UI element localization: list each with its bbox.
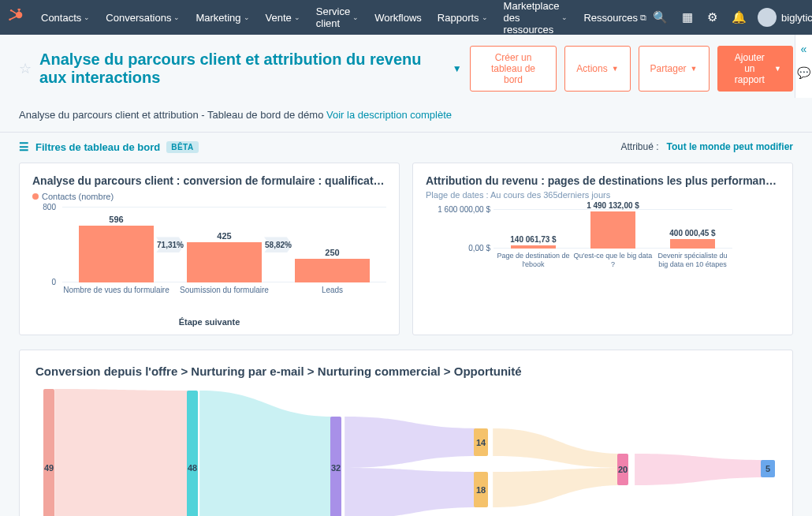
favorite-star-icon[interactable]: ☆ [19, 60, 32, 77]
bar-value: 140 061,73 $ [494, 235, 573, 244]
dashboard-filters[interactable]: ☰ Filtres de tableau de bord BÊTA [19, 140, 199, 153]
svg-point-1 [9, 19, 11, 21]
nav-item-marketing[interactable]: Marketing⌄ [189, 0, 255, 40]
nav-item-contacts[interactable]: Contacts⌄ [35, 0, 96, 40]
bar-value: 1 490 132,00 $ [573, 201, 653, 210]
sankey-node: 18 [474, 472, 488, 507]
bar-column: 71,31% 425 Soumission du formulaire [170, 207, 278, 282]
dashboard-title[interactable]: Analyse du parcours client et attributio… [39, 50, 462, 87]
bar-column: 596 Nombre de vues du formulaire [62, 207, 170, 282]
chevron-down-icon: ⌄ [294, 13, 300, 21]
page-header: ☆ Analyse du parcours client et attribut… [19, 46, 793, 92]
nav-utilities: 🔍 ▦ ⚙ 🔔 [653, 10, 747, 24]
sankey-node: 5 [761, 460, 775, 477]
account-switcher[interactable]: biglytics.net ▾ [758, 8, 812, 27]
bar-x-label: Page de destination de l'ebook [494, 252, 573, 269]
svg-point-2 [10, 9, 12, 11]
bar-column: 400 000,45 $ Devenir spécialiste du big … [653, 209, 732, 249]
sankey-chart: 4948321418205 Page de destinationSoumiss… [35, 389, 777, 516]
nav-item-service-client[interactable]: Service client⌄ [310, 0, 365, 40]
card-revenue-attribution[interactable]: Attribution du revenu : pages de destina… [412, 163, 793, 335]
marketplace-icon[interactable]: ▦ [682, 10, 693, 24]
conversion-arrow: 58,82% [264, 237, 292, 252]
bar [79, 226, 155, 282]
card-title: Analyse du parcours client : conversion … [32, 174, 386, 187]
beta-badge: BÊTA [166, 141, 198, 153]
bar-value: 250 [278, 248, 386, 257]
bar-column: 1 490 132,00 $ Qu'est-ce que le big data… [573, 209, 653, 249]
chevron-down-icon: ⌄ [244, 13, 250, 21]
bar [590, 211, 635, 249]
svg-point-0 [16, 12, 22, 18]
x-axis-title: Étape suivante [32, 317, 386, 327]
share-button[interactable]: Partager▼ [639, 46, 710, 92]
chevron-down-icon: ⌄ [561, 13, 568, 21]
dashboard-subheader: Analyse du parcours client et attributio… [19, 109, 793, 121]
sankey-node: 20 [617, 454, 628, 485]
search-icon[interactable]: 🔍 [653, 10, 668, 24]
sankey-node: 14 [474, 428, 488, 456]
bar-x-label: Devenir spécialiste du big data en 10 ét… [653, 252, 732, 269]
bar-x-label: Leads [278, 286, 386, 294]
avatar [758, 8, 777, 27]
chevron-down-icon: ⌄ [482, 13, 488, 21]
bar-x-label: Qu'est-ce que le big data ? [573, 252, 653, 269]
nav-item-marketplace-des-ressources[interactable]: Marketplace des ressources⌄ [497, 0, 575, 40]
legend-dot-icon [32, 193, 39, 200]
card-sankey[interactable]: Conversion depuis l'offre > Nurturing pa… [19, 350, 793, 516]
card-title: Conversion depuis l'offre > Nurturing pa… [35, 365, 777, 378]
bar [511, 245, 556, 249]
revenue-chart: 1 600 000,00 $ 0,00 $ 140 061,73 $ Page … [426, 209, 780, 280]
nav-item-vente[interactable]: Vente⌄ [259, 0, 307, 40]
hubspot-logo-icon[interactable] [8, 7, 24, 28]
nav-item-rapports[interactable]: Rapports⌄ [431, 0, 494, 40]
card-subtitle: Plage de dates : Au cours des 365dernier… [426, 190, 780, 200]
settings-gear-icon[interactable]: ⚙ [707, 10, 717, 24]
description-link[interactable]: Voir la description complète [326, 109, 452, 121]
sankey-node: 32 [330, 417, 341, 516]
bar [295, 259, 371, 282]
filter-icon: ☰ [19, 140, 29, 153]
nav-items: Contacts⌄Conversations⌄Marketing⌄Vente⌄S… [35, 0, 653, 40]
chevron-down-icon: ⌄ [352, 13, 359, 21]
nav-item-ressources[interactable]: Ressources⧉ [577, 0, 653, 40]
card-funnel-conversion[interactable]: Analyse du parcours client : conversion … [19, 163, 400, 335]
bar-column: 140 061,73 $ Page de destination de l'eb… [494, 209, 573, 249]
chevron-down-icon: ⌄ [84, 13, 90, 21]
bar-x-label: Soumission du formulaire [170, 286, 278, 294]
nav-item-conversations[interactable]: Conversations⌄ [99, 0, 186, 40]
external-link-icon: ⧉ [640, 13, 646, 23]
add-report-button[interactable]: Ajouter un rapport▼ [717, 46, 793, 92]
conversion-arrow: 71,31% [156, 237, 184, 252]
bar-x-label: Nombre de vues du formulaire [62, 286, 170, 294]
bar-value: 596 [62, 215, 170, 224]
nav-item-workflows[interactable]: Workflows [368, 0, 428, 40]
create-dashboard-button[interactable]: Créer un tableau de bord [470, 46, 557, 92]
top-nav: Contacts⌄Conversations⌄Marketing⌄Vente⌄S… [0, 0, 812, 35]
bar-value: 400 000,45 $ [653, 229, 732, 237]
chevron-down-icon: ⌄ [173, 13, 180, 21]
actions-button[interactable]: Actions▼ [564, 46, 630, 92]
caret-down-icon: ▼ [453, 63, 462, 74]
assigned-to-link[interactable]: Tout le monde peut modifier [667, 141, 793, 152]
bar-column: 58,82% 250 Leads [278, 207, 386, 282]
notifications-bell-icon[interactable]: 🔔 [732, 10, 747, 24]
account-name: biglytics.net [781, 12, 812, 24]
card-title: Attribution du revenu : pages de destina… [426, 174, 780, 187]
caret-down-icon: ▼ [691, 65, 698, 73]
sankey-node: 48 [187, 391, 198, 516]
bar-value: 425 [170, 231, 278, 241]
funnel-chart: 800 0 596 Nombre de vues du formulaire 7… [32, 207, 386, 301]
caret-down-icon: ▼ [774, 65, 781, 73]
bar [187, 242, 263, 282]
filters-row: ☰ Filtres de tableau de bord BÊTA Attrib… [19, 133, 793, 159]
bar [670, 239, 715, 249]
sankey-node: 49 [43, 389, 54, 516]
caret-down-icon: ▼ [612, 65, 619, 73]
